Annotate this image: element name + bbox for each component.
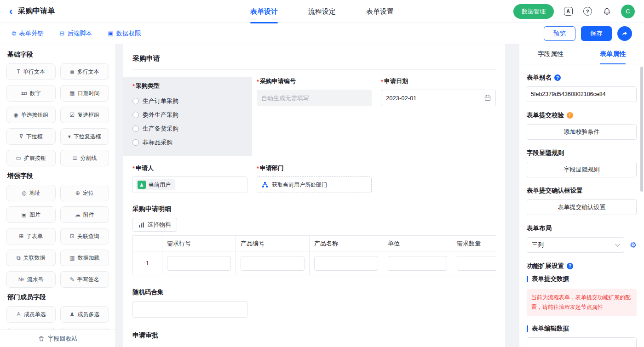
radio-option[interactable]: 生产订单采购 — [132, 94, 243, 108]
data-manage-button[interactable]: 数据管理 — [513, 4, 554, 19]
cloud-icon: ☁ — [75, 212, 80, 217]
palette-item-member-single[interactable]: ♙成员单选 — [6, 306, 56, 323]
save-button[interactable]: 保存 — [581, 26, 612, 41]
trash-icon — [38, 336, 45, 342]
layout-select-value: 三列 — [532, 241, 544, 249]
palette-item-attachment[interactable]: ☁附件 — [60, 206, 109, 223]
palette-item-extend-button[interactable]: ▭扩展按钮 — [6, 150, 56, 166]
cell-input-line-no[interactable] — [167, 256, 231, 271]
palette-item-linked-data[interactable]: ⧉关联数据 — [6, 250, 56, 266]
tab-form-design[interactable]: 表单设计 — [249, 0, 279, 23]
field-random-code[interactable]: 随机码合集 — [132, 288, 496, 318]
palette-item-multi-select[interactable]: ▾下拉复选框 — [60, 128, 109, 145]
tab-flow-setting[interactable]: 流程设定 — [307, 0, 337, 23]
department-box[interactable]: 获取当前用户所处部门 — [257, 176, 372, 193]
palette-item-geolocation[interactable]: ⊕定位 — [60, 185, 109, 201]
required-mark: * — [381, 78, 383, 85]
help-badge-icon[interactable]: ? — [567, 263, 573, 269]
cell-input-product-code[interactable] — [241, 256, 305, 271]
visibility-rules-button[interactable]: 字段显隐规则 — [527, 162, 637, 177]
column-header: 单位 — [383, 236, 452, 251]
org-chart-icon — [262, 182, 268, 188]
help-badge-icon[interactable]: ? — [554, 74, 561, 81]
palette-item-number[interactable]: 123数字 — [6, 85, 56, 102]
palette-item-data-load[interactable]: ▥数据加载 — [60, 250, 109, 266]
palette-item-checkbox-group[interactable]: ☑复选框组 — [60, 107, 109, 123]
palette-item-datetime[interactable]: ▦日期时间 — [60, 85, 109, 102]
preview-button[interactable]: 预览 — [544, 26, 575, 41]
field-applicant[interactable]: * 申请人 ♟ 当前用户 — [132, 164, 247, 193]
alias-input[interactable] — [527, 86, 637, 102]
palette-item-serial-number[interactable]: №流水号 — [6, 271, 56, 288]
share-button[interactable] — [617, 26, 632, 41]
visibility-label: 字段显隐规则 — [527, 149, 637, 157]
field-apply-date[interactable]: * 申请日期 2023-02-01 — [381, 77, 496, 106]
chart-icon — [138, 222, 144, 228]
edit-data-partial-control[interactable] — [527, 337, 637, 347]
required-mark: * — [257, 165, 259, 172]
add-validation-button[interactable]: 添加校验条件 — [527, 124, 637, 140]
purchase-no-input[interactable] — [261, 95, 367, 102]
palette-item-single-line-text[interactable]: T单行文本 — [6, 63, 56, 80]
cell-input-unit[interactable] — [388, 256, 447, 271]
palette-item-address[interactable]: ◎地址 — [6, 185, 56, 201]
layout-select[interactable]: 三列 — [527, 237, 624, 253]
blue-bar-icon — [527, 325, 528, 332]
palette-item-image[interactable]: ▣图片 — [6, 206, 56, 223]
palette-item-subform[interactable]: ⊞子表单 — [6, 228, 56, 245]
tab-form-settings[interactable]: 表单设置 — [365, 0, 395, 23]
vertical-scrollbar[interactable] — [640, 67, 643, 192]
date-value: 2023-02-01 — [386, 95, 417, 102]
radio-circle-icon[interactable] — [132, 98, 139, 104]
warning-badge-icon[interactable]: ! — [567, 112, 573, 119]
applicant-box[interactable]: ♟ 当前用户 — [132, 176, 247, 193]
palette-item-radio-group[interactable]: ◉单选按钮组 — [6, 107, 56, 123]
field-detail-subform[interactable]: 采购申请明细 选择物料 需求行号 产品编号 — [132, 205, 496, 275]
field-department[interactable]: * 申请部门 获取当前用户所处部门 — [257, 164, 372, 193]
radio-option[interactable]: 非标品采购 — [132, 136, 243, 149]
text-icon: T — [17, 69, 20, 74]
palette-item-multi-line-text[interactable]: ≣多行文本 — [60, 63, 109, 80]
form-canvas: 采购申请 * 采购类型 生产订单采购 委外生产采购 生产备货采购 非标品采购 — [116, 44, 519, 347]
form-external-link[interactable]: ⧉ 表单外链 — [12, 29, 44, 38]
data-permission-link[interactable]: ▣ 数据权限 — [108, 29, 141, 38]
field-purchase-no[interactable]: * 采购申请编号 — [257, 77, 372, 106]
palette-item-select[interactable]: ⊽下拉框 — [6, 128, 56, 145]
current-user-tag[interactable]: ♟ 当前用户 — [136, 179, 175, 190]
palette-item-member-multi[interactable]: ♟成员多选 — [60, 306, 109, 323]
detail-row: 1 — [133, 251, 496, 275]
translate-icon[interactable]: A — [563, 6, 573, 17]
panel-tabs: 字段属性 表单属性 — [519, 44, 644, 64]
field-recycle-bin[interactable]: 字段回收站 — [0, 330, 115, 347]
tab-field-properties[interactable]: 字段属性 — [519, 44, 582, 64]
radio-option[interactable]: 生产备货采购 — [132, 122, 243, 136]
radio-circle-icon[interactable] — [132, 125, 139, 132]
gear-icon[interactable]: ⚙ — [630, 241, 637, 249]
radio-circle-icon[interactable] — [132, 112, 139, 118]
avatar[interactable]: C — [621, 5, 635, 18]
column-header: 需求数量 — [452, 236, 496, 251]
section-title-basic-fields: 基础字段 — [7, 51, 108, 59]
radio-option[interactable]: 委外生产采购 — [132, 108, 243, 122]
detail-table: 需求行号 产品编号 产品名称 单位 需求数量 1 — [132, 235, 496, 275]
backend-script-link[interactable]: ⊟ 后端脚本 — [59, 29, 92, 38]
bell-icon[interactable] — [602, 6, 612, 17]
random-code-input[interactable] — [132, 301, 247, 318]
help-icon[interactable]: ? — [582, 6, 592, 17]
submit-confirm-button[interactable]: 表单提交确认设置 — [527, 199, 637, 215]
palette-item-divider[interactable]: ☰分割线 — [60, 150, 109, 166]
radio-circle-icon[interactable] — [132, 139, 139, 146]
subform-icon: ⊞ — [19, 233, 23, 239]
select-material-button[interactable]: 选择物料 — [132, 218, 177, 232]
field-purchase-type[interactable]: * 采购类型 生产订单采购 委外生产采购 生产备货采购 非标品采购 — [123, 77, 252, 156]
tab-form-properties[interactable]: 表单属性 — [582, 44, 644, 64]
palette-item-signature[interactable]: ✎手写签名 — [60, 271, 109, 288]
random-code-label: 随机码合集 — [132, 288, 496, 296]
position-icon: ⊕ — [75, 190, 80, 196]
palette-item-linked-query[interactable]: ⊡关联查询 — [60, 228, 109, 245]
field-approval[interactable]: 申请审批 — [132, 331, 496, 340]
cell-input-product-name[interactable] — [314, 256, 378, 271]
date-input[interactable]: 2023-02-01 — [381, 90, 496, 106]
cell-input-quantity[interactable] — [457, 256, 496, 271]
back-icon[interactable]: ‹ — [9, 6, 12, 17]
